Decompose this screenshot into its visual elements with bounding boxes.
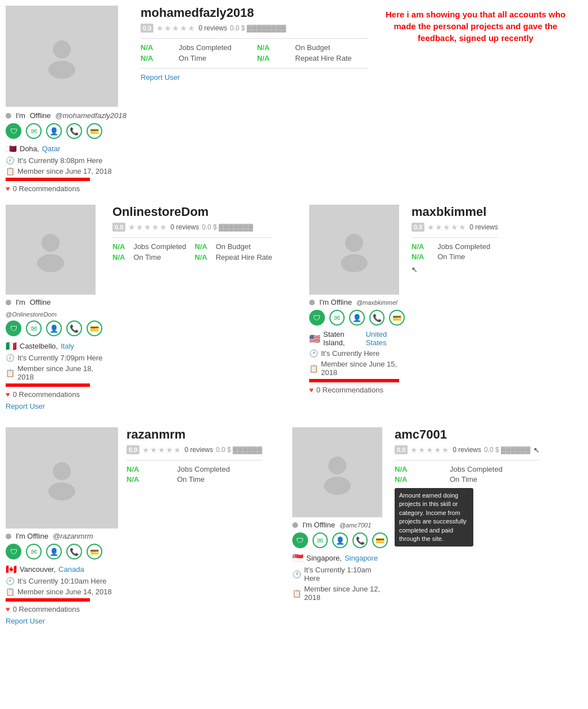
stat-val-2-4: N/A xyxy=(195,253,207,261)
offline-row-5: I'm Offline @amc7001 xyxy=(292,521,388,529)
country-link-5[interactable]: Singapore xyxy=(345,554,378,562)
card-icon-2[interactable]: 💳 xyxy=(87,320,102,336)
person-icon-2[interactable]: 👤 xyxy=(46,320,62,336)
member-icon-2: 📋 xyxy=(6,369,15,377)
stat-lbl-1-3: On Budget xyxy=(295,43,369,52)
member-row-4: 📋 Member since June 14, 2018 xyxy=(6,588,118,596)
email-icon-5[interactable]: ✉ xyxy=(313,532,328,548)
card-icon-4[interactable]: 💳 xyxy=(87,544,102,559)
member-icon-1: 📋 xyxy=(6,167,15,175)
card-icon-5[interactable]: 💳 xyxy=(372,532,388,548)
divider-4 xyxy=(126,460,263,460)
person-icon-1[interactable]: 👤 xyxy=(46,123,62,139)
report-link-1[interactable]: Report User xyxy=(141,73,180,82)
phone-icon-5[interactable]: 📞 xyxy=(352,532,368,548)
reco-text-3: 0 Recommendations xyxy=(316,386,383,394)
report-link-2[interactable]: Report User xyxy=(6,402,45,410)
email-icon-4[interactable]: ✉ xyxy=(26,544,42,559)
shield-icon-3[interactable]: 🛡 xyxy=(309,310,325,326)
phone-icon-2[interactable]: 📞 xyxy=(66,320,82,336)
rating-box-3: 0.0 xyxy=(411,223,424,232)
shield-icon-5[interactable]: 🛡 xyxy=(292,532,308,548)
profile-info-5: amc7001 0.0 ★★★★★ 0 reviews 0.0 $ ▓▓▓▓▓▓… xyxy=(395,427,540,604)
avatar-3 xyxy=(309,205,399,295)
member-icon-4: 📋 xyxy=(6,588,15,596)
flag-1: 🇶🇦 xyxy=(6,143,17,154)
member-since-1: Member since June 17, 2018 xyxy=(17,167,112,175)
svg-point-3 xyxy=(37,254,64,272)
profile-name-4: razanmrm xyxy=(126,427,263,442)
flag-5: 🇸🇬 xyxy=(292,553,304,563)
card-wrapper-2: I'm Offline @OnlinestoreDom 🛡 ✉ 👤 📞 💳 xyxy=(6,205,298,410)
profile-right-mohamedfazly2018: mohamedfazly2018 0.0 ★★★★★ 0 reviews 0.0… xyxy=(141,6,369,196)
country-link-1[interactable]: Qatar xyxy=(42,144,61,153)
email-icon-3[interactable]: ✉ xyxy=(329,310,345,326)
profile-card-razanmrm: I'm Offline @razanmrm 🛡 ✉ 👤 📞 💳 🇨🇦 xyxy=(6,427,281,625)
country-link-3[interactable]: United States xyxy=(366,330,405,347)
report-link-4[interactable]: Report User xyxy=(6,617,45,625)
username-4: @razanmrm xyxy=(53,532,93,540)
stat-val-2-2: N/A xyxy=(112,253,125,261)
annotation-text: Here i am showing you that all accounts … xyxy=(369,6,582,47)
earnings-4: 0.0 $ ▓▓▓▓▓▓ xyxy=(216,446,263,454)
stat-lbl-1-2: On Time xyxy=(179,54,248,62)
person-icon-4[interactable]: 👤 xyxy=(46,544,62,559)
stat-lbl-5-1: Jobs Completed xyxy=(450,465,540,473)
profile-info-2: OnlinestoreDom 0.0 ★★★★★ 0 reviews 0.0 $… xyxy=(112,205,272,410)
member-row-2: 📋 Member since June 18, 2018 xyxy=(6,364,104,381)
stat-lbl-4-1: Jobs Completed xyxy=(177,465,263,473)
stars-3: ★★★★★ xyxy=(427,223,467,232)
stats-4: N/A Jobs Completed N/A On Time xyxy=(126,465,263,484)
person-icon-5[interactable]: 👤 xyxy=(332,532,348,548)
reco-text-4: 0 Recommendations xyxy=(13,605,80,613)
offline-row-4: I'm Offline @razanmrm xyxy=(6,532,118,540)
card-icon-1[interactable]: 💳 xyxy=(87,123,102,139)
time-row-4: 🕙 It's Currently 10:10am Here xyxy=(6,577,118,585)
username-1: @mohamedfazly2018 xyxy=(55,111,126,120)
stat-lbl-3-2: On Time xyxy=(437,252,498,261)
card-icon-3[interactable]: 💳 xyxy=(389,310,405,326)
sub-row-4-5: I'm Offline @razanmrm 🛡 ✉ 👤 📞 💳 🇨🇦 xyxy=(6,427,582,625)
flag-2: 🇮🇹 xyxy=(6,341,17,351)
reco-text-1: 0 Recommendations xyxy=(13,184,80,193)
reviews-2: 0 reviews xyxy=(170,223,199,231)
divider-1b xyxy=(141,68,369,69)
country-link-4[interactable]: Canada xyxy=(58,565,84,573)
shield-icon-4[interactable]: 🛡 xyxy=(6,544,21,559)
stat-lbl-5-2: On Time xyxy=(450,475,540,484)
city-2: Castelbello, xyxy=(20,342,58,350)
country-link-2[interactable]: Italy xyxy=(61,342,74,350)
offline-dot-1 xyxy=(6,113,11,119)
shield-icon-2[interactable]: 🛡 xyxy=(6,320,21,336)
progress-bar-1 xyxy=(6,178,90,181)
reviews-5: 0 reviews xyxy=(453,446,481,454)
stat-val-3-2: N/A xyxy=(411,252,432,261)
phone-icon-3[interactable]: 📞 xyxy=(369,310,385,326)
member-row-5: 📋 Member since June 12, 2018 xyxy=(292,585,388,602)
shield-icon-1[interactable]: 🛡 xyxy=(6,123,21,139)
stars-row-5: 0.0 ★★★★★ 0 reviews 0.0 $ ▓▓▓▓▓▓ ↖ xyxy=(395,445,540,454)
stat-val-1-1: N/A xyxy=(141,43,170,52)
im-label-2: I'm xyxy=(16,298,25,306)
email-icon-1[interactable]: ✉ xyxy=(26,123,42,139)
stat-val-2-1: N/A xyxy=(112,242,125,251)
email-icon-2[interactable]: ✉ xyxy=(26,320,42,336)
profile-name-3: maxbkimmel xyxy=(411,205,498,219)
phone-icon-4[interactable]: 📞 xyxy=(66,544,82,559)
phone-icon-1[interactable]: 📞 xyxy=(66,123,82,139)
stars-row-2: 0.0 ★★★★★ 0 reviews 0.0 $ ▓▓▓▓▓▓▓ xyxy=(112,223,272,232)
person-icon-3[interactable]: 👤 xyxy=(349,310,365,326)
tooltip-5: Amount earned doing projects in this ski… xyxy=(395,488,473,547)
svg-point-8 xyxy=(328,457,346,475)
svg-point-1 xyxy=(48,61,75,79)
rating-box-2: 0.0 xyxy=(112,223,125,232)
recommendations-2: ♥ 0 Recommendations xyxy=(6,390,104,399)
offline-row-2: I'm Offline xyxy=(6,298,104,306)
profile-card-onlinestoredom: I'm Offline @OnlinestoreDom 🛡 ✉ 👤 📞 💳 xyxy=(6,205,298,419)
stats-5: N/A Jobs Completed N/A On Time xyxy=(395,465,540,484)
flag-4: 🇨🇦 xyxy=(6,564,17,575)
stars-2: ★★★★★ xyxy=(128,223,168,232)
recommendations-1: ♥ 0 Recommendations xyxy=(6,184,141,193)
recommendations-3: ♥ 0 Recommendations xyxy=(309,386,405,394)
progress-bar-4 xyxy=(6,598,90,602)
